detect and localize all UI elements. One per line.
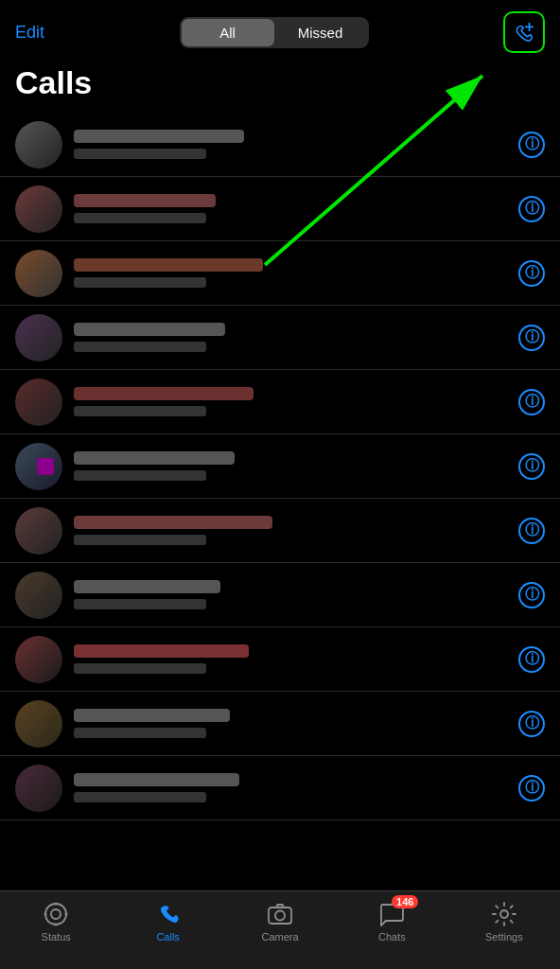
tab-bar: Status Calls Camera 146 Chats [0,890,560,969]
detail-bar [74,470,206,481]
call-item: ⓘ [0,306,560,370]
detail-bar [74,663,206,674]
avatar [15,765,62,812]
call-info [74,516,511,545]
info-button[interactable]: ⓘ [518,646,545,673]
svg-point-5 [51,909,61,919]
avatar [15,700,62,748]
info-button[interactable]: ⓘ [518,518,545,544]
name-bar [74,387,254,400]
info-button[interactable]: ⓘ [518,775,545,802]
name-bar [74,258,263,272]
svg-point-11 [275,911,285,921]
call-item: ⓘ [0,177,560,241]
chats-label: Chats [378,931,406,943]
call-info [74,387,511,416]
detail-bar [74,599,206,609]
status-label: Status [42,931,71,943]
new-call-button[interactable] [503,11,545,53]
svg-point-12 [500,910,508,918]
call-info [74,194,511,223]
call-info [74,258,511,288]
edit-button[interactable]: Edit [15,23,44,43]
call-item: ⓘ [0,370,560,434]
call-item: ⓘ [0,627,560,692]
detail-bar [74,277,206,288]
name-bar [74,580,220,593]
detail-bar [74,535,206,545]
avatar [15,314,62,361]
avatar [15,379,62,426]
calls-icon [155,901,182,927]
header: Edit All Missed [0,0,560,61]
detail-bar [74,728,206,738]
name-bar [74,323,225,336]
detail-bar [74,792,206,802]
segment-missed[interactable]: Missed [274,19,367,46]
settings-label: Settings [485,931,523,943]
avatar [15,250,62,297]
name-bar [74,194,216,207]
call-info [74,773,511,802]
call-item: ⓘ [0,563,560,627]
settings-icon [491,901,517,927]
name-bar [74,516,272,529]
call-item: ⓘ [0,692,560,756]
svg-point-7 [55,924,58,926]
detail-bar [74,213,206,223]
call-list: ⓘ ⓘ ⓘ ⓘ ⓘ [0,113,560,820]
info-button[interactable]: ⓘ [518,196,545,222]
page-title: Calls [0,61,560,113]
name-bar [74,773,239,786]
camera-label: Camera [261,931,298,943]
name-bar [74,709,230,722]
call-item: ⓘ [0,434,560,499]
detail-bar [74,149,206,159]
chats-badge: 146 [392,895,418,908]
call-item: ⓘ [0,756,560,820]
call-info [74,323,511,352]
call-info [74,130,511,159]
svg-point-4 [45,904,66,925]
name-bar [74,451,235,465]
info-button[interactable]: ⓘ [518,711,545,737]
svg-point-9 [65,913,68,916]
svg-point-6 [55,903,58,906]
avatar [15,507,62,555]
call-item: ⓘ [0,113,560,177]
svg-point-8 [44,913,47,916]
avatar [15,121,62,168]
svg-rect-10 [269,907,291,924]
call-info [74,580,511,609]
info-button[interactable]: ⓘ [518,325,545,351]
camera-icon [267,901,293,927]
status-icon [43,901,69,927]
info-button[interactable]: ⓘ [518,132,545,158]
avatar [15,636,62,683]
call-item: ⓘ [0,499,560,563]
name-bar [74,130,244,143]
segment-all[interactable]: All [182,19,274,46]
calls-label: Calls [156,931,179,943]
call-item: ⓘ [0,241,560,306]
tab-status[interactable]: Status [0,901,112,943]
tab-camera[interactable]: Camera [224,901,336,943]
avatar [15,443,62,490]
tab-settings[interactable]: Settings [448,901,560,943]
tab-chats[interactable]: 146 Chats [336,901,447,943]
call-info [74,451,511,481]
info-button[interactable]: ⓘ [518,453,545,480]
call-info [74,709,511,738]
avatar [15,185,62,233]
segment-control: All Missed [180,17,369,48]
info-button[interactable]: ⓘ [518,389,545,415]
detail-bar [74,342,206,352]
name-bar [74,644,249,658]
call-info [74,644,511,674]
avatar [15,572,62,619]
chats-icon: 146 [378,901,405,927]
info-button[interactable]: ⓘ [518,582,545,608]
detail-bar [74,406,206,416]
info-button[interactable]: ⓘ [518,260,545,287]
tab-calls[interactable]: Calls [112,901,223,943]
